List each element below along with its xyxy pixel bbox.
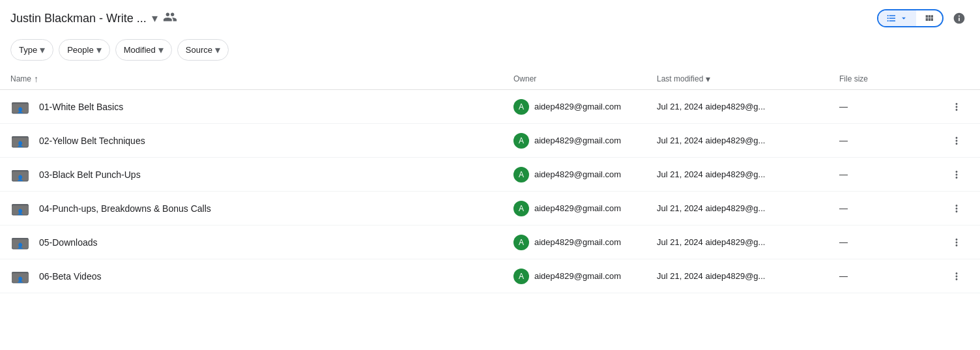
file-name-cell: 👤 01-White Belt Basics — [10, 96, 513, 117]
people-filter[interactable]: People▾ — [59, 39, 109, 61]
chevron-down-icon: ▾ — [40, 44, 45, 56]
owner-column-header: Owner — [513, 74, 657, 83]
more-options-button[interactable] — [946, 266, 967, 287]
list-view-button[interactable] — [878, 10, 916, 26]
avatar: A — [513, 99, 529, 115]
owner-email: aidep4829@gmail.com — [534, 237, 621, 247]
header-right — [877, 8, 970, 29]
avatar: A — [513, 167, 529, 182]
file-size-cell: — — [839, 102, 944, 111]
name-column-header[interactable]: Name ↑ — [10, 74, 513, 84]
owner-cell: A aidep4829@gmail.com — [513, 235, 657, 250]
more-options-button[interactable] — [946, 96, 967, 117]
source-filter[interactable]: Source▾ — [177, 39, 229, 61]
modified-cell: Jul 21, 2024 aidep4829@g... — [657, 271, 839, 281]
modified-cell: Jul 21, 2024 aidep4829@g... — [657, 237, 839, 247]
table-row[interactable]: 👤 04-Punch-ups, Breakdowns & Bonus Calls… — [0, 192, 980, 226]
modified-cell: Jul 21, 2024 aidep4829@g... — [657, 203, 839, 213]
owner-cell: A aidep4829@gmail.com — [513, 269, 657, 284]
file-name-cell: 👤 02-Yellow Belt Techniques — [10, 130, 513, 151]
page-title: Justin Blackman - Write ... — [10, 12, 147, 25]
file-size-cell: — — [839, 203, 944, 213]
avatar: A — [513, 133, 529, 149]
people-share-icon[interactable] — [163, 10, 177, 27]
people-filter-label: People — [67, 45, 93, 55]
table-body: 👤 01-White Belt Basics A aidep4829@gmail… — [0, 90, 980, 293]
modified-filter-label: Modified — [124, 45, 156, 55]
owner-email: aidep4829@gmail.com — [534, 203, 621, 213]
chevron-down-icon: ▾ — [158, 44, 164, 56]
file-name-label: 06-Beta Videos — [39, 271, 101, 282]
view-toggle — [877, 9, 944, 27]
chevron-down-icon: ▾ — [215, 44, 220, 56]
grid-view-button[interactable] — [916, 10, 942, 26]
table-row[interactable]: 👤 02-Yellow Belt Techniques A aidep4829@… — [0, 124, 980, 158]
type-filter-label: Type — [19, 45, 37, 55]
folder-icon: 👤 — [10, 198, 31, 219]
folder-icon: 👤 — [10, 96, 31, 117]
table-row[interactable]: 👤 05-Downloads A aidep4829@gmail.com Jul… — [0, 226, 980, 259]
svg-text:👤: 👤 — [17, 209, 24, 216]
svg-text:👤: 👤 — [17, 141, 24, 148]
file-size-cell: — — [839, 237, 944, 247]
owner-email: aidep4829@gmail.com — [534, 271, 621, 281]
svg-text:👤: 👤 — [17, 175, 24, 182]
table-row[interactable]: 👤 06-Beta Videos A aidep4829@gmail.com J… — [0, 259, 980, 293]
filters-bar: Type▾People▾Modified▾Source▾ — [0, 34, 980, 68]
owner-email: aidep4829@gmail.com — [534, 169, 621, 179]
file-name-label: 05-Downloads — [39, 237, 98, 248]
avatar: A — [513, 269, 529, 284]
file-name-cell: 👤 06-Beta Videos — [10, 266, 513, 287]
header: Justin Blackman - Write ... ▾ — [0, 0, 980, 34]
modified-cell: Jul 21, 2024 aidep4829@g... — [657, 102, 839, 111]
chevron-down-icon: ▾ — [96, 44, 102, 56]
folder-icon: 👤 — [10, 266, 31, 287]
modified-cell: Jul 21, 2024 aidep4829@g... — [657, 136, 839, 145]
file-name-cell: 👤 05-Downloads — [10, 232, 513, 253]
file-name-label: 03-Black Belt Punch-Ups — [39, 169, 141, 180]
table-header-row: Name ↑ Owner Last modified ▾ File size — [0, 68, 980, 90]
more-options-button[interactable] — [946, 164, 967, 185]
table-row[interactable]: 👤 03-Black Belt Punch-Ups A aidep4829@gm… — [0, 158, 980, 192]
avatar: A — [513, 235, 529, 250]
file-size-cell: — — [839, 169, 944, 179]
type-filter[interactable]: Type▾ — [10, 39, 53, 61]
owner-cell: A aidep4829@gmail.com — [513, 99, 657, 115]
sort-asc-icon: ↑ — [34, 74, 38, 84]
folder-icon: 👤 — [10, 232, 31, 253]
owner-cell: A aidep4829@gmail.com — [513, 201, 657, 216]
modified-cell: Jul 21, 2024 aidep4829@g... — [657, 169, 839, 179]
title-chevron-icon[interactable]: ▾ — [152, 11, 158, 25]
info-button[interactable] — [949, 8, 970, 29]
file-name-cell: 👤 04-Punch-ups, Breakdowns & Bonus Calls — [10, 198, 513, 219]
table-row[interactable]: 👤 01-White Belt Basics A aidep4829@gmail… — [0, 90, 980, 124]
owner-cell: A aidep4829@gmail.com — [513, 133, 657, 149]
more-options-button[interactable] — [946, 198, 967, 219]
svg-text:👤: 👤 — [17, 107, 24, 114]
file-name-label: 01-White Belt Basics — [39, 102, 123, 112]
file-name-label: 02-Yellow Belt Techniques — [39, 136, 145, 146]
owner-email: aidep4829@gmail.com — [534, 136, 621, 145]
more-options-button[interactable] — [946, 130, 967, 151]
folder-icon: 👤 — [10, 130, 31, 151]
modified-filter[interactable]: Modified▾ — [115, 39, 172, 61]
modified-column-header[interactable]: Last modified ▾ — [657, 74, 839, 84]
more-options-button[interactable] — [946, 232, 967, 253]
header-left: Justin Blackman - Write ... ▾ — [10, 10, 177, 27]
file-size-cell: — — [839, 136, 944, 145]
sort-desc-icon: ▾ — [706, 74, 710, 84]
svg-text:👤: 👤 — [17, 276, 24, 284]
avatar: A — [513, 201, 529, 216]
source-filter-label: Source — [186, 45, 212, 55]
file-name-label: 04-Punch-ups, Breakdowns & Bonus Calls — [39, 203, 211, 214]
filesize-column-header: File size — [839, 74, 944, 83]
svg-text:👤: 👤 — [17, 242, 24, 250]
folder-icon: 👤 — [10, 164, 31, 185]
owner-email: aidep4829@gmail.com — [534, 102, 621, 111]
file-table: Name ↑ Owner Last modified ▾ File size — [0, 68, 980, 293]
file-name-cell: 👤 03-Black Belt Punch-Ups — [10, 164, 513, 185]
owner-cell: A aidep4829@gmail.com — [513, 167, 657, 182]
file-size-cell: — — [839, 271, 944, 281]
